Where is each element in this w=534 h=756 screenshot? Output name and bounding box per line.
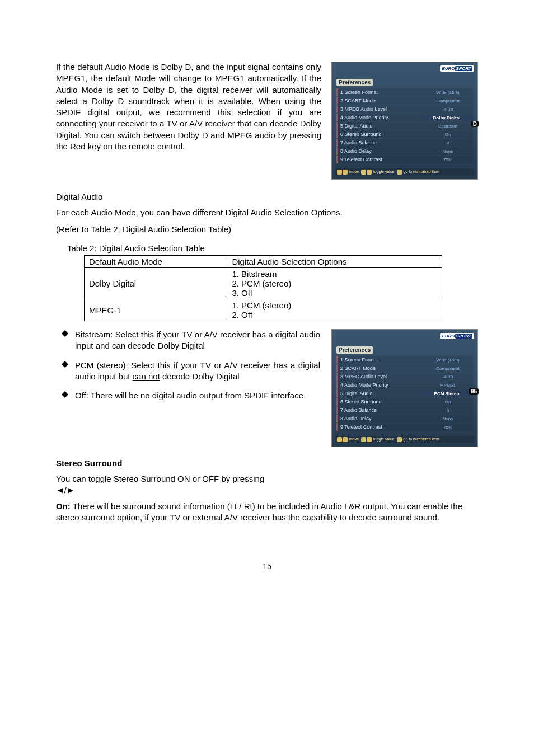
preferences-row: 9 Teletext Contrast75% <box>336 423 473 431</box>
option-bitstream-text: Bitstream: Select this if your TV or A/V… <box>75 329 320 352</box>
pref-label: 8 Audio Delay <box>340 416 423 421</box>
footer-move: move <box>349 437 359 441</box>
pref-value: 0 <box>423 408 473 413</box>
pref-label: 2 SCART Mode <box>340 365 423 371</box>
digital-audio-para-2: (Refer to Table 2, Digital Audio Selecti… <box>56 224 478 235</box>
pref-value: Component <box>423 366 473 371</box>
diamond-bullet-icon <box>62 330 69 337</box>
table-header-row: Default Audio Mode Digital Audio Selecti… <box>85 256 442 268</box>
manual-page: If the default Audio Mode is Dolby D, an… <box>0 0 534 756</box>
pref-value: -4 dB <box>423 374 473 379</box>
stereo-para1-text: You can toggle Stereo Surround ON or OFF… <box>56 474 264 483</box>
footer-goto: go to numbered item <box>404 437 439 441</box>
left-right-arrows-icon: ◄/► <box>56 485 75 495</box>
preferences-screenshot-1: EUROSPORT Preferences 1 Screen FormatWid… <box>331 62 478 180</box>
pref-label: 5 Digital Audio <box>340 391 420 396</box>
preferences-row: 2 SCART ModeComponent <box>336 97 473 105</box>
footer-goto: go to numbered item <box>404 170 439 173</box>
pref-value: 75% <box>423 157 473 162</box>
intro-row: If the default Audio Mode is Dolby D, an… <box>56 62 478 180</box>
preferences-row: 6 Stereo SurroundOn <box>336 398 473 406</box>
option-bitstream: Bitstream: Select this if your TV or A/V… <box>62 329 320 352</box>
preferences-row: 9 Teletext Contrast75% <box>336 156 473 163</box>
preferences-row: 8 Audio DelayNone <box>336 147 473 155</box>
table-cell-mode: MPEG-1 <box>85 299 227 321</box>
pref-label: 2 SCART Mode <box>340 98 423 104</box>
pref-value: PCM Stereo <box>420 391 473 396</box>
pref-value: 75% <box>423 425 473 430</box>
screenshot-title: Preferences <box>336 346 373 354</box>
table-header-options: Digital Audio Selection Options <box>227 256 442 268</box>
screenshot-footer: move toggle value go to numbered item <box>335 436 474 443</box>
diamond-bullet-icon <box>62 361 69 368</box>
table-row: MPEG-11. PCM (stereo) 2. Off <box>85 299 442 321</box>
footer-move: move <box>349 170 359 173</box>
intro-paragraph: If the default Audio Mode is Dolby D, an… <box>56 62 321 152</box>
nav-pill-right <box>367 437 372 442</box>
stereo-surround-heading: Stereo Surround <box>56 458 478 468</box>
preferences-row: 7 Audio Balance0 <box>336 139 473 147</box>
table-cell-options: 1. Bitstream 2. PCM (stereo) 3. Off <box>227 268 442 299</box>
pref-label: 1 Screen Format <box>340 357 423 363</box>
table-cell-mode: Dolby Digital <box>85 268 227 299</box>
preferences-row: 6 Stereo SurroundOn <box>336 130 473 138</box>
preferences-row: 4 Audio Mode PriorityMPEG1 <box>336 381 473 389</box>
eurosport-logo: EUROSPORT <box>440 65 474 72</box>
preferences-row: 4 Audio Mode PriorityDolby Digital <box>336 114 473 121</box>
screenshot-header: EUROSPORT <box>332 330 477 344</box>
digital-audio-heading: Digital Audio <box>56 192 478 201</box>
screenshot-footer: move toggle value go to numbered item <box>335 168 474 176</box>
svg-marker-0 <box>62 330 68 337</box>
pref-value: None <box>423 149 473 154</box>
pref-value: On <box>423 400 473 405</box>
nav-pill-num <box>397 437 402 442</box>
stereo-surround-para-1: You can toggle Stereo Surround ON or OFF… <box>56 473 478 495</box>
side-badge: 95 <box>469 388 479 395</box>
pref-label: 8 Audio Delay <box>340 148 423 154</box>
preferences-row: 1 Screen FormatWide (16:9) <box>336 88 473 96</box>
footer-toggle: toggle value <box>373 437 395 441</box>
preferences-row: 7 Audio Balance0 <box>336 406 473 414</box>
footer-toggle: toggle value <box>373 170 395 173</box>
pref-label: 6 Stereo Surround <box>340 132 423 137</box>
stereo-surround-on-para: On: There will be surround sound informa… <box>56 501 478 523</box>
pref-label: 9 Teletext Contrast <box>340 424 423 430</box>
table-header-mode: Default Audio Mode <box>85 256 227 268</box>
pref-value: Wide (16:9) <box>423 358 473 363</box>
screenshot-title: Preferences <box>336 79 373 86</box>
preferences-row: 1 Screen FormatWide (16:9) <box>336 356 473 364</box>
eurosport-logo: EUROSPORT <box>440 333 474 339</box>
option-pcm: PCM (stereo): Select this if your TV or … <box>62 360 320 383</box>
logo-euro: EURO <box>442 334 455 339</box>
preferences-row: 8 Audio DelayNone <box>336 415 473 422</box>
preferences-list: 1 Screen FormatWide (16:9)2 SCART ModeCo… <box>332 356 477 434</box>
nav-pill-left <box>361 437 366 442</box>
option-pcm-underlined: can not <box>133 372 160 381</box>
pref-value: MPEG1 <box>423 383 473 388</box>
nav-pill-left <box>361 170 366 175</box>
on-label: On: <box>56 501 71 511</box>
nav-pill-down <box>343 170 348 175</box>
pref-label: 4 Audio Mode Priority <box>340 382 423 388</box>
pref-value: Wide (16:9) <box>423 90 473 95</box>
pref-value: 0 <box>423 140 473 145</box>
pref-label: 9 Teletext Contrast <box>340 157 423 162</box>
preferences-row: 5 Digital AudioBitstream <box>336 122 473 130</box>
pref-value: -4 dB <box>423 107 473 112</box>
side-badge: D <box>471 121 479 127</box>
logo-sport: SPORT <box>455 334 472 339</box>
pref-value: Component <box>423 98 473 104</box>
svg-marker-1 <box>62 361 68 368</box>
options-column: Bitstream: Select this if your TV or A/V… <box>56 329 320 409</box>
pref-label: 5 Digital Audio <box>340 123 423 129</box>
pref-label: 3 MPEG Audio Level <box>340 106 423 112</box>
pref-value: On <box>423 132 473 137</box>
screenshot-header: EUROSPORT <box>332 62 477 77</box>
diamond-bullet-icon <box>62 391 69 398</box>
table-row: Dolby Digital1. Bitstream 2. PCM (stereo… <box>85 268 442 299</box>
nav-pill-right <box>367 170 372 175</box>
pref-value: None <box>423 416 473 421</box>
logo-sport: SPORT <box>455 66 472 71</box>
preferences-row: 3 MPEG Audio Level-4 dB <box>336 105 473 113</box>
pref-label: 3 MPEG Audio Level <box>340 374 423 379</box>
